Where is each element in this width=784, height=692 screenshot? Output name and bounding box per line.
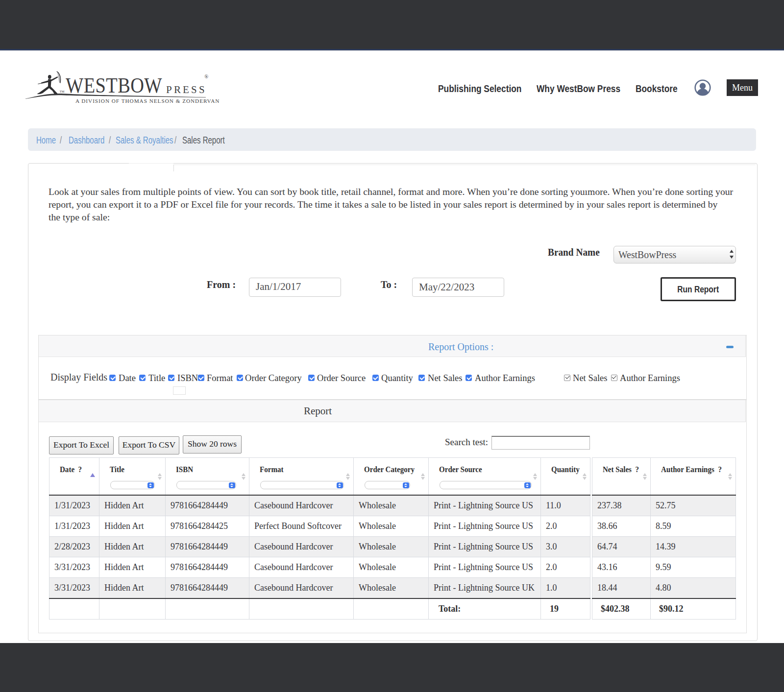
svg-text:TM: TM bbox=[60, 90, 65, 93]
